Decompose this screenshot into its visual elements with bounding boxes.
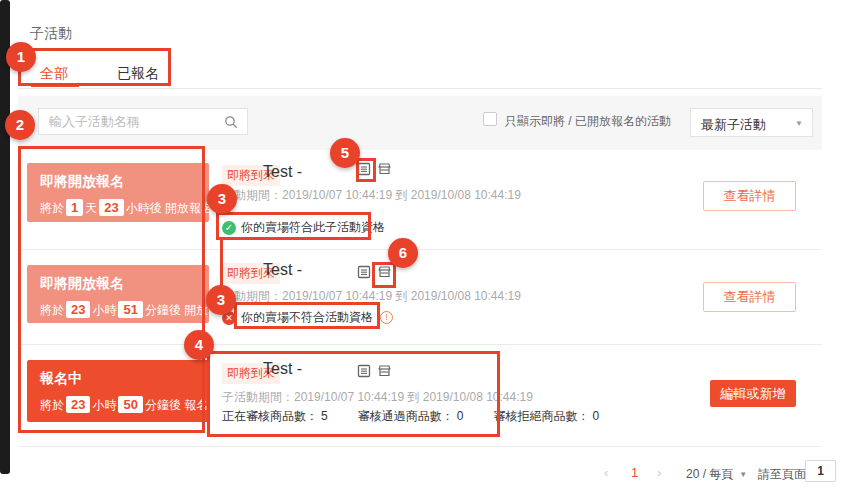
annotation-box-countdown-column (18, 146, 205, 433)
sort-dropdown-value: 最新子活動 (701, 116, 766, 134)
filter-checkbox[interactable] (483, 112, 497, 126)
annotation-box-eligibility-fail (234, 302, 380, 329)
tabs-bottom-border (18, 88, 822, 89)
annotation-circle-5: 5 (330, 138, 360, 168)
caret-down-icon: ▼ (739, 470, 747, 479)
pagination-current-page[interactable]: 1 (631, 465, 638, 480)
sort-dropdown[interactable]: 最新子活動 ▼ (690, 108, 813, 137)
annotation-box-detail-icon (356, 158, 376, 182)
view-details-button[interactable]: 查看詳情 (703, 181, 796, 211)
activity-period: 活動期間：2019/10/07 10:44:19 到 2019/10/08 10… (222, 187, 521, 204)
edit-or-add-button[interactable]: 編輯或新增 (710, 380, 796, 407)
info-icon[interactable]: ! (380, 311, 393, 324)
annotation-box-tabs (18, 48, 171, 86)
annotation-circle-6: 6 (388, 238, 418, 268)
window-edge (0, 0, 10, 474)
search-icon[interactable] (224, 115, 238, 129)
activity-title: Test - (263, 261, 302, 279)
search-box (38, 108, 248, 135)
caret-down-icon: ▼ (795, 119, 803, 128)
view-details-button[interactable]: 查看詳情 (703, 282, 796, 312)
annotation-connector-line (220, 240, 223, 286)
bottom-divider (18, 446, 822, 447)
detail-list-icon[interactable] (357, 265, 371, 279)
goto-page-input[interactable] (805, 460, 836, 482)
pagination-next[interactable]: › (657, 465, 661, 480)
annotation-box-registering-card (207, 351, 500, 437)
filter-checkbox-label[interactable]: 只顯示即將 / 已開放報名的活動 (505, 113, 671, 130)
annotation-box-eligibility-pass (216, 212, 371, 240)
shop-icon[interactable] (377, 162, 392, 176)
search-input[interactable] (39, 109, 217, 134)
annotation-circle-3a: 3 (207, 184, 237, 214)
annotation-circle-4: 4 (184, 330, 214, 360)
annotation-circle-1: 1 (6, 42, 36, 72)
page-title: 子活動 (30, 25, 72, 43)
page-size-dropdown[interactable]: 20 / 每頁▼ (686, 466, 747, 483)
stat-rejected: 審核拒絕商品數：0 (493, 408, 599, 425)
seller-center-subactivity-page: 子活動 全部 已報名 只顯示即將 / 已開放報名的活動 最新子活動 ▼ 即將開放… (0, 0, 841, 496)
annotation-circle-2: 2 (5, 110, 35, 140)
annotation-box-shop-icon (372, 262, 396, 288)
goto-page-label: 請至頁面 (758, 466, 806, 483)
pagination-prev[interactable]: ‹ (604, 465, 608, 480)
activity-title: Test - (263, 163, 302, 181)
annotation-circle-3b: 3 (206, 285, 236, 315)
